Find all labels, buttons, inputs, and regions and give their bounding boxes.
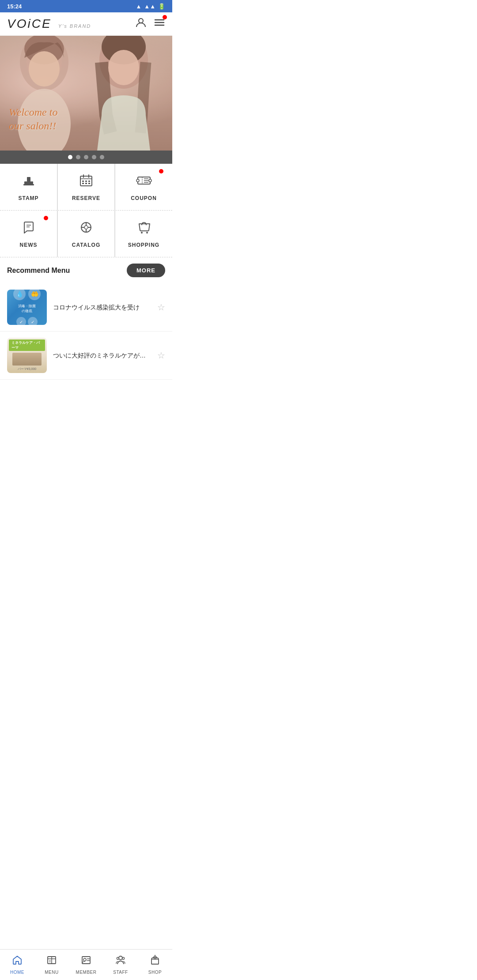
news-icon bbox=[21, 219, 37, 238]
shopping-icon bbox=[136, 219, 152, 238]
menu-item-news[interactable]: NEWS bbox=[0, 211, 57, 257]
app-header: VOiCE Y's BRAND bbox=[0, 12, 172, 36]
corona-icon-4: ✓ bbox=[28, 317, 38, 325]
svg-rect-23 bbox=[88, 181, 90, 182]
svg-rect-13 bbox=[0, 36, 172, 151]
svg-rect-24 bbox=[82, 183, 84, 184]
more-button[interactable]: MORE bbox=[127, 264, 165, 277]
coupon-icon bbox=[136, 173, 152, 192]
svg-point-43 bbox=[146, 232, 148, 234]
news-item-2[interactable]: ミネラルケア・パーマ パーマ¥3,000 ついに大好評のミネラルケアが… ☆ bbox=[0, 332, 172, 380]
hero-welcome-text: Welcome toour salon!! bbox=[9, 106, 57, 133]
signal-icon: ▲▲ bbox=[144, 3, 155, 10]
status-icons: ▲ ▲▲ 🔋 bbox=[136, 3, 165, 10]
carousel-dot-4[interactable] bbox=[92, 155, 96, 159]
corona-thumb-text: 消毒・除菌の徹底 bbox=[18, 304, 36, 313]
news-item-1[interactable]: 💧 🤲 消毒・除菌の徹底 ✓ ✓ コロナウイルス感染拡大を受け ☆ bbox=[0, 283, 172, 332]
svg-rect-25 bbox=[85, 183, 87, 184]
carousel-dot-1[interactable] bbox=[68, 155, 72, 159]
news-thumb-2: ミネラルケア・パーマ パーマ¥3,000 bbox=[7, 338, 47, 373]
svg-rect-16 bbox=[23, 184, 34, 185]
svg-point-42 bbox=[141, 232, 143, 234]
news-text-2: ついに大好評のミネラルケアが… bbox=[53, 352, 146, 359]
svg-rect-22 bbox=[85, 181, 87, 182]
svg-point-28 bbox=[136, 179, 139, 182]
carousel-dots bbox=[0, 151, 172, 164]
menu-item-coupon[interactable]: COUPON bbox=[115, 164, 172, 210]
stamp-label: STAMP bbox=[18, 195, 38, 201]
svg-point-37 bbox=[84, 226, 88, 229]
menu-item-reserve[interactable]: RESERVE bbox=[57, 164, 115, 210]
news-content-1: コロナウイルス感染拡大を受け bbox=[53, 303, 151, 312]
profile-button[interactable] bbox=[135, 17, 147, 31]
svg-rect-15 bbox=[27, 177, 30, 181]
menu-grid-bottom: NEWS CATALOG bbox=[0, 211, 172, 257]
mineral-thumbnail: ミネラルケア・パーマ パーマ¥3,000 bbox=[7, 338, 47, 373]
menu-item-shopping[interactable]: SHOPPING bbox=[115, 211, 172, 257]
svg-rect-26 bbox=[88, 183, 90, 184]
wifi-icon: ▲ bbox=[136, 3, 141, 10]
news-star-2[interactable]: ☆ bbox=[157, 350, 165, 361]
svg-rect-21 bbox=[82, 181, 84, 182]
catalog-label: CATALOG bbox=[72, 242, 101, 248]
news-list: 💧 🤲 消毒・除菌の徹底 ✓ ✓ コロナウイルス感染拡大を受け ☆ bbox=[0, 283, 172, 380]
corona-icon-2: 🤲 bbox=[28, 290, 41, 300]
mineral-label: ミネラルケア・パーマ bbox=[9, 339, 45, 351]
recommend-title: Recommend Menu bbox=[7, 267, 70, 275]
news-star-1[interactable]: ☆ bbox=[157, 302, 165, 313]
menu-item-stamp[interactable]: STAMP bbox=[0, 164, 57, 210]
stamp-icon bbox=[21, 173, 37, 192]
coupon-label: COUPON bbox=[131, 195, 157, 201]
mineral-price-text: パーマ¥3,000 bbox=[18, 367, 36, 371]
shopping-label: SHOPPING bbox=[128, 242, 159, 248]
corona-thumbnail: 💧 🤲 消毒・除菌の徹底 ✓ ✓ bbox=[7, 290, 47, 325]
main-content: STAMP RESERVE bbox=[0, 164, 172, 424]
status-time: 15:24 bbox=[7, 3, 22, 10]
battery-icon: 🔋 bbox=[158, 3, 165, 10]
header-actions bbox=[135, 17, 165, 31]
corona-icon-1: 💧 bbox=[13, 290, 26, 300]
menu-item-catalog[interactable]: CATALOG bbox=[57, 211, 115, 257]
news-notification-dot bbox=[44, 216, 48, 220]
catalog-icon bbox=[78, 219, 94, 238]
mineral-hair-icon bbox=[12, 353, 42, 366]
status-bar: 15:24 ▲ ▲▲ 🔋 bbox=[0, 0, 172, 12]
corona-icon-3: ✓ bbox=[16, 317, 26, 325]
news-content-2: ついに大好評のミネラルケアが… bbox=[53, 351, 151, 360]
reserve-icon bbox=[78, 173, 94, 192]
news-text-1: コロナウイルス感染拡大を受け bbox=[53, 304, 140, 311]
svg-point-29 bbox=[149, 179, 151, 182]
carousel-dot-3[interactable] bbox=[84, 155, 88, 159]
news-label: NEWS bbox=[20, 242, 38, 248]
news-thumb-1: 💧 🤲 消毒・除菌の徹底 ✓ ✓ bbox=[7, 290, 47, 325]
hero-banner: Welcome toour salon!! bbox=[0, 36, 172, 151]
menu-grid-top: STAMP RESERVE bbox=[0, 164, 172, 211]
hamburger-menu-button[interactable] bbox=[154, 17, 165, 31]
app-logo: VOiCE Y's BRAND bbox=[7, 17, 91, 31]
reserve-label: RESERVE bbox=[72, 195, 100, 201]
coupon-notification-dot bbox=[159, 169, 163, 173]
svg-rect-14 bbox=[24, 181, 33, 184]
svg-point-0 bbox=[139, 19, 143, 23]
carousel-dot-2[interactable] bbox=[76, 155, 80, 159]
carousel-dot-5[interactable] bbox=[100, 155, 104, 159]
recommend-section-header: Recommend Menu MORE bbox=[0, 257, 172, 283]
notification-badge bbox=[163, 15, 167, 19]
